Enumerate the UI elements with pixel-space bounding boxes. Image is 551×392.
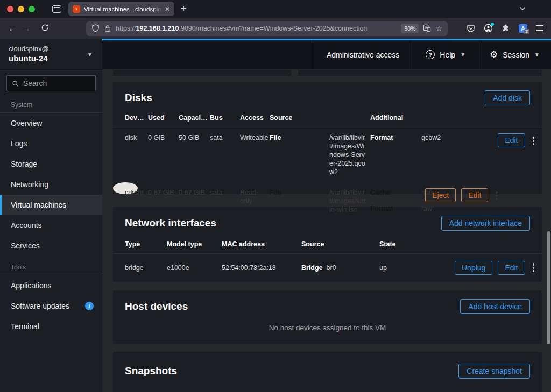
col-model: Model type bbox=[167, 240, 222, 248]
help-icon: ? bbox=[426, 50, 435, 59]
col-capacity: Capaci… bbox=[179, 114, 210, 122]
gear-icon: ⚙ bbox=[490, 50, 498, 59]
url-text: https://192.168.1.210:9090/machines#vm?n… bbox=[116, 25, 397, 32]
new-tab-button[interactable]: + bbox=[181, 3, 187, 15]
url-scheme: https:// bbox=[116, 25, 136, 32]
reload-button[interactable] bbox=[38, 24, 52, 33]
host-selector[interactable]: cloudspinx@ ubuntu-24 ▼ bbox=[0, 39, 102, 70]
host-selector-caret-icon: ▼ bbox=[87, 52, 93, 58]
disks-card: Disks Add disk Dev… Used Capaci… Bus Acc… bbox=[113, 82, 542, 194]
session-label: Session bbox=[503, 51, 529, 59]
edit-cdrom-button[interactable]: Edit bbox=[461, 188, 488, 202]
tab-close-icon[interactable]: ✕ bbox=[165, 5, 170, 13]
network-row-bridge[interactable]: bridge e1000e 52:54:00:78:2a:18 Bridgebr… bbox=[113, 254, 542, 282]
nav-group-system-label: System bbox=[0, 94, 102, 112]
scrolled-cards-remnant bbox=[113, 70, 542, 76]
sidebar-item-applications[interactable]: Applications bbox=[0, 275, 102, 296]
disk-row-disk[interactable]: disk 0 GiB 50 GiB sata Writeable File /v… bbox=[113, 127, 542, 182]
url-bar[interactable]: https://192.168.1.210:9090/machines#vm?n… bbox=[86, 21, 448, 36]
snapshots-title: Snapshots bbox=[125, 365, 177, 377]
cell-mac: 52:54:00:78:2a:18 bbox=[222, 264, 301, 272]
back-button[interactable]: ← bbox=[5, 24, 19, 33]
scrollbar-thumb[interactable] bbox=[547, 231, 550, 344]
additional-term: Cache bbox=[370, 188, 421, 197]
source-term: File bbox=[270, 188, 329, 214]
add-network-interface-button[interactable]: Add network interface bbox=[441, 216, 530, 231]
session-caret-icon: ▼ bbox=[534, 52, 540, 58]
window-controls[interactable] bbox=[7, 6, 35, 12]
url-path: :9090/machines#vm?name=Windows-Server-20… bbox=[179, 25, 367, 32]
minimize-window-button[interactable] bbox=[18, 6, 24, 12]
network-table-header: Type Model type MAC address Source State bbox=[113, 235, 542, 254]
help-menu[interactable]: ? Help ▼ bbox=[413, 40, 478, 69]
sidebar-item-accounts[interactable]: Accounts bbox=[0, 215, 102, 236]
updates-info-badge: i bbox=[85, 302, 94, 310]
sidebar-item-software-updates[interactable]: Software updates i bbox=[0, 296, 102, 316]
url-fade bbox=[372, 25, 397, 32]
toolbar-icons: A bbox=[467, 24, 543, 33]
sidebar-item-terminal[interactable]: Terminal bbox=[0, 316, 102, 337]
sidebar-item-logs[interactable]: Logs bbox=[0, 133, 102, 154]
create-snapshot-button[interactable]: Create snapshot bbox=[458, 364, 530, 379]
shield-icon[interactable] bbox=[91, 24, 100, 32]
disk-row-cdrom[interactable]: cdrom 0.67 GiB 0.67 GiB sata Read-only F… bbox=[113, 182, 138, 194]
account-icon[interactable] bbox=[484, 24, 493, 33]
row-actions: Eject Edit bbox=[436, 188, 500, 214]
browser-tab[interactable]: › Virtual machines - cloudspinx@ ✕ bbox=[68, 2, 174, 16]
cell-model: e1000e bbox=[167, 264, 222, 272]
interface-kebab-menu[interactable] bbox=[531, 260, 537, 275]
cell-access: Writeable bbox=[240, 133, 270, 176]
firefox-view-icon[interactable] bbox=[52, 5, 61, 13]
add-host-device-button[interactable]: Add host device bbox=[460, 299, 530, 314]
cell-bus: sata bbox=[210, 188, 240, 214]
nav-group-tools-label: Tools bbox=[0, 256, 102, 275]
sidebar-item-storage[interactable]: Storage bbox=[0, 154, 102, 174]
disk-kebab-menu[interactable] bbox=[531, 133, 537, 148]
pocket-icon[interactable] bbox=[467, 24, 475, 33]
forward-button[interactable]: → bbox=[19, 24, 33, 33]
cell-used: 0.67 GiB bbox=[148, 188, 179, 214]
eject-cdrom-button[interactable]: Eject bbox=[425, 188, 456, 202]
extensions-puzzle-icon[interactable] bbox=[501, 24, 510, 33]
translate-page-icon[interactable]: A bbox=[423, 24, 431, 32]
session-menu[interactable]: ⚙ Session ▼ bbox=[478, 40, 551, 69]
add-disk-button[interactable]: Add disk bbox=[485, 90, 530, 105]
sidebar-item-overview[interactable]: Overview bbox=[0, 113, 102, 133]
search-icon bbox=[12, 80, 19, 87]
sidebar-item-services[interactable]: Services bbox=[0, 236, 102, 256]
edit-interface-button[interactable]: Edit bbox=[498, 261, 525, 275]
col-state: State bbox=[379, 240, 448, 248]
sidebar-item-networking[interactable]: Networking bbox=[0, 174, 102, 195]
cell-used: 0 GiB bbox=[148, 133, 179, 176]
sidebar-search bbox=[0, 70, 102, 94]
source-term: File bbox=[270, 133, 329, 176]
maximize-window-button[interactable] bbox=[29, 6, 35, 12]
menu-hamburger-icon[interactable] bbox=[536, 25, 543, 31]
sidebar: cloudspinx@ ubuntu-24 ▼ System Overview … bbox=[0, 39, 102, 392]
col-source: Source bbox=[301, 240, 379, 248]
edit-disk-button[interactable]: Edit bbox=[498, 133, 525, 147]
col-access: Access bbox=[240, 114, 270, 122]
cell-capacity: 50 GiB bbox=[179, 133, 210, 176]
cell-capacity: 0.67 GiB bbox=[179, 188, 210, 214]
zoom-level-badge[interactable]: 90% bbox=[401, 24, 419, 33]
source-path: /var/lib/libvirt/images/Windows-Server-2… bbox=[329, 133, 370, 176]
lock-warning-icon[interactable] bbox=[104, 25, 111, 32]
host-devices-empty-text: No host devices assigned to this VM bbox=[113, 318, 542, 343]
search-box[interactable] bbox=[6, 75, 96, 91]
unplug-button[interactable]: Unplug bbox=[455, 261, 492, 275]
translate-extension-icon[interactable]: A bbox=[519, 24, 527, 33]
list-tabs-chevron-icon[interactable] bbox=[519, 5, 526, 15]
row-actions: Edit bbox=[473, 133, 536, 176]
cdrom-kebab-menu[interactable] bbox=[493, 188, 500, 203]
close-window-button[interactable] bbox=[7, 6, 13, 12]
bookmark-star-icon[interactable]: ☆ bbox=[435, 24, 442, 33]
source-path: /var/lib/libvirt/images/virtio-win.iso bbox=[329, 188, 370, 214]
col-device: Dev… bbox=[125, 114, 148, 122]
network-title: Network interfaces bbox=[125, 217, 216, 229]
card-remnant bbox=[113, 70, 291, 76]
additional-term: Format bbox=[370, 133, 421, 142]
search-input[interactable] bbox=[23, 79, 90, 88]
administrative-access-button[interactable]: Administrative access bbox=[313, 40, 413, 69]
sidebar-item-virtual-machines[interactable]: Virtual machines bbox=[0, 195, 102, 215]
